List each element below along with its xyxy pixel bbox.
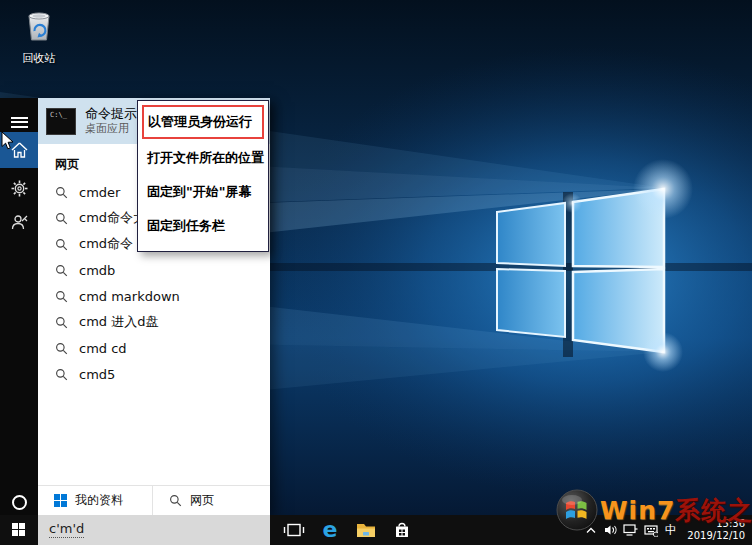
search-icon	[169, 494, 182, 507]
search-icon	[55, 316, 68, 329]
file-explorer-icon	[355, 521, 377, 539]
context-menu: 以管理员身份运行 打开文件所在的位置 固定到"开始"屏幕 固定到任务栏	[137, 100, 269, 252]
menu-item-open-file-location[interactable]: 打开文件所在的位置	[142, 141, 264, 175]
hamburger-icon	[11, 117, 28, 128]
taskbar-icons: e	[276, 515, 420, 545]
taskbar-search-input[interactable]: c'm'd	[38, 515, 270, 545]
search-icon	[55, 238, 68, 251]
start-button[interactable]	[0, 515, 38, 545]
windows-start-icon	[12, 523, 26, 537]
store-button[interactable]	[384, 515, 420, 545]
network-icon	[623, 524, 638, 536]
edge-browser-button[interactable]: e	[312, 515, 348, 545]
start-menu-rail	[0, 98, 38, 515]
menu-item-pin-to-taskbar[interactable]: 固定到任务栏	[142, 209, 264, 243]
network-button[interactable]	[622, 518, 639, 542]
search-icon	[55, 342, 68, 355]
chevron-up-icon	[586, 527, 596, 534]
search-icon	[55, 264, 68, 277]
tray-clock[interactable]: 15:36 2019/12/10	[682, 518, 749, 543]
shield-keyboard-icon	[644, 524, 658, 537]
rail-item-settings[interactable]	[0, 170, 38, 206]
security-button[interactable]	[642, 518, 659, 542]
ime-indicator: 中	[662, 522, 679, 539]
taskbar: c'm'd e	[0, 515, 752, 545]
annotation-red-box: 以管理员身份运行	[142, 105, 264, 139]
tab-web[interactable]: 网页	[152, 486, 270, 515]
search-suggestion-cmd-ddrive[interactable]: cmd 进入d盘	[38, 309, 270, 335]
tray-expand-button[interactable]	[582, 518, 599, 542]
tray-date: 2019/12/10	[687, 530, 745, 543]
search-input-value: c'm'd	[49, 522, 84, 537]
search-suggestion-cmd5[interactable]: cmd5	[38, 361, 270, 387]
command-prompt-icon: C:\_	[46, 108, 76, 135]
mouse-cursor	[1, 131, 14, 150]
search-icon	[55, 186, 68, 199]
task-view-icon	[283, 521, 305, 539]
volume-button[interactable]	[602, 518, 619, 542]
volume-icon	[604, 524, 618, 536]
search-icon	[55, 368, 68, 381]
search-filter-tabs: 我的资料 网页	[38, 485, 270, 515]
feedback-person-icon	[11, 214, 28, 230]
search-suggestion-cmd-cd[interactable]: cmd cd	[38, 335, 270, 361]
gear-icon	[11, 180, 28, 197]
windows-logo-icon	[54, 494, 67, 507]
tray-time: 15:36	[687, 518, 745, 531]
search-suggestion-cmdb[interactable]: cmdb	[38, 257, 270, 283]
search-suggestion-cmd-markdown[interactable]: cmd markdown	[38, 283, 270, 309]
file-explorer-button[interactable]	[348, 515, 384, 545]
recycle-bin-label: 回收站	[8, 51, 70, 66]
ime-mode-button[interactable]: 中	[662, 518, 679, 542]
search-icon	[55, 212, 68, 225]
search-icon	[55, 290, 68, 303]
menu-item-pin-to-start[interactable]: 固定到"开始"屏幕	[142, 175, 264, 209]
rail-item-feedback[interactable]	[0, 204, 38, 240]
menu-item-run-as-admin[interactable]: 以管理员身份运行	[144, 107, 262, 137]
recycle-bin-icon	[18, 4, 60, 46]
cortana-icon	[12, 495, 27, 510]
system-tray: 中 15:36 2019/12/10	[582, 518, 752, 543]
edge-icon: e	[323, 519, 338, 541]
store-icon	[392, 520, 412, 540]
task-view-button[interactable]	[276, 515, 312, 545]
screen: 回收站	[0, 0, 752, 545]
tab-my-stuff[interactable]: 我的资料	[38, 486, 152, 515]
recycle-bin[interactable]: 回收站	[8, 4, 70, 66]
